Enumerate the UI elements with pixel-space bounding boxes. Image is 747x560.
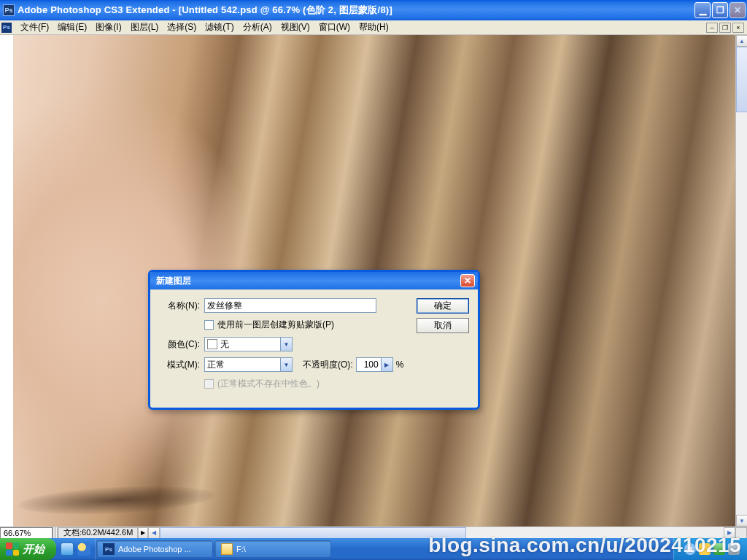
color-value: 无 bbox=[220, 338, 229, 351]
zoom-grip[interactable] bbox=[53, 527, 58, 539]
menu-layer[interactable]: 图层(L) bbox=[126, 20, 163, 35]
taskbar: 开始 Ps Adobe Photoshop ... F:\ bbox=[0, 538, 747, 560]
menu-help[interactable]: 帮助(H) bbox=[355, 20, 393, 35]
taskbar-task-photoshop[interactable]: Ps Adobe Photoshop ... bbox=[96, 540, 213, 558]
taskbar-task-explorer[interactable]: F:\ bbox=[214, 540, 331, 558]
document-info[interactable]: 文档:60.2M/442.6M bbox=[58, 527, 138, 539]
tray-icon[interactable] bbox=[728, 543, 740, 555]
scroll-thumb[interactable] bbox=[736, 47, 747, 112]
scroll-left-arrow-icon[interactable]: ◀ bbox=[148, 527, 160, 539]
windows-logo-icon bbox=[6, 542, 19, 556]
show-desktop-icon[interactable] bbox=[61, 542, 74, 556]
scroll-right-arrow-icon[interactable]: ▶ bbox=[724, 527, 735, 539]
opacity-input[interactable]: ▶ bbox=[356, 357, 393, 372]
menubar: Ps 文件(F) 编辑(E) 图像(I) 图层(L) 选择(S) 滤镜(T) 分… bbox=[0, 20, 747, 35]
document-area: ▲ ▼ 66.67% 文档:60.2M/442.6M ▶ ◀ ▶ 新建图层 ✕ … bbox=[0, 35, 747, 538]
menu-image[interactable]: 图像(I) bbox=[91, 20, 125, 35]
menu-select[interactable]: 选择(S) bbox=[163, 20, 201, 35]
chevron-down-icon[interactable]: ▼ bbox=[280, 337, 293, 351]
neutral-fill-label: (正常模式不存在中性色。) bbox=[217, 378, 320, 390]
menu-edit[interactable]: 编辑(E) bbox=[53, 20, 91, 35]
vertical-scrollbar[interactable]: ▲ ▼ bbox=[735, 35, 747, 526]
window-titlebar: Ps Adobe Photoshop CS3 Extended - [Untit… bbox=[0, 0, 747, 20]
chevron-down-icon[interactable]: ▼ bbox=[280, 357, 293, 372]
document-info-menu-icon[interactable]: ▶ bbox=[138, 527, 148, 539]
start-button[interactable]: 开始 bbox=[0, 538, 56, 560]
app-icon: Ps bbox=[3, 4, 15, 16]
mode-value: 正常 bbox=[207, 359, 225, 371]
menu-filter[interactable]: 滤镜(T) bbox=[201, 20, 238, 35]
folder-icon bbox=[221, 543, 233, 555]
layer-name-input[interactable] bbox=[204, 298, 376, 313]
menu-window[interactable]: 窗口(W) bbox=[314, 20, 355, 35]
name-label: 名称(N): bbox=[159, 300, 200, 312]
opacity-value-input[interactable] bbox=[356, 357, 381, 372]
cancel-button[interactable]: 取消 bbox=[417, 318, 469, 333]
photoshop-icon: Ps bbox=[103, 543, 115, 555]
ok-button[interactable]: 确定 bbox=[417, 298, 469, 314]
opacity-percent: % bbox=[396, 359, 404, 370]
mode-label: 模式(M): bbox=[159, 359, 200, 371]
horizontal-scrollbar: 66.67% 文档:60.2M/442.6M ▶ ◀ ▶ bbox=[0, 526, 747, 538]
scroll-down-arrow-icon[interactable]: ▼ bbox=[736, 515, 747, 526]
tray-icon[interactable] bbox=[713, 543, 725, 555]
doc-restore-button[interactable]: ❐ bbox=[719, 23, 731, 33]
minimize-button[interactable]: ▁ bbox=[694, 2, 711, 18]
hscroll-thumb[interactable] bbox=[160, 527, 466, 539]
close-button[interactable]: ✕ bbox=[729, 2, 746, 18]
scroll-up-arrow-icon[interactable]: ▲ bbox=[736, 35, 747, 47]
clipping-mask-checkbox[interactable] bbox=[204, 320, 214, 330]
color-label: 颜色(C): bbox=[159, 338, 200, 351]
menu-view[interactable]: 视图(V) bbox=[276, 20, 314, 35]
dialog-titlebar[interactable]: 新建图层 ✕ bbox=[150, 272, 478, 289]
quick-launch-icon[interactable] bbox=[77, 542, 90, 556]
app-menu-icon[interactable]: Ps bbox=[1, 23, 12, 33]
system-tray[interactable] bbox=[673, 538, 747, 560]
menu-analysis[interactable]: 分析(A) bbox=[239, 20, 276, 35]
clipping-mask-label: 使用前一图层创建剪贴蒙版(P) bbox=[217, 319, 334, 331]
color-swatch-icon bbox=[207, 339, 217, 349]
dialog-title: 新建图层 bbox=[156, 275, 191, 287]
task-label: F:\ bbox=[236, 545, 246, 553]
task-label: Adobe Photoshop ... bbox=[118, 545, 191, 553]
color-select[interactable]: 无 ▼ bbox=[204, 337, 293, 351]
tray-icon[interactable] bbox=[684, 543, 696, 555]
zoom-level-input[interactable]: 66.67% bbox=[0, 527, 53, 539]
dialog-close-button[interactable]: ✕ bbox=[460, 274, 475, 287]
maximize-button[interactable]: ❐ bbox=[712, 2, 728, 18]
blend-mode-select[interactable]: 正常 ▼ bbox=[204, 357, 293, 372]
opacity-label: 不透明度(O): bbox=[303, 359, 353, 371]
scroll-corner bbox=[735, 527, 747, 539]
quick-launch bbox=[56, 538, 96, 560]
tray-icon[interactable] bbox=[699, 543, 711, 555]
neutral-fill-checkbox bbox=[204, 379, 214, 389]
doc-minimize-button[interactable]: – bbox=[706, 23, 718, 33]
doc-close-button[interactable]: × bbox=[732, 23, 744, 33]
menu-file[interactable]: 文件(F) bbox=[16, 20, 53, 35]
window-title: Adobe Photoshop CS3 Extended - [Untitled… bbox=[18, 4, 694, 17]
opacity-flyout-icon[interactable]: ▶ bbox=[381, 357, 393, 372]
new-layer-dialog: 新建图层 ✕ 确定 取消 名称(N): 使用前一图层创建剪贴蒙版(P) 颜色(C… bbox=[148, 270, 480, 410]
start-label: 开始 bbox=[23, 542, 44, 556]
